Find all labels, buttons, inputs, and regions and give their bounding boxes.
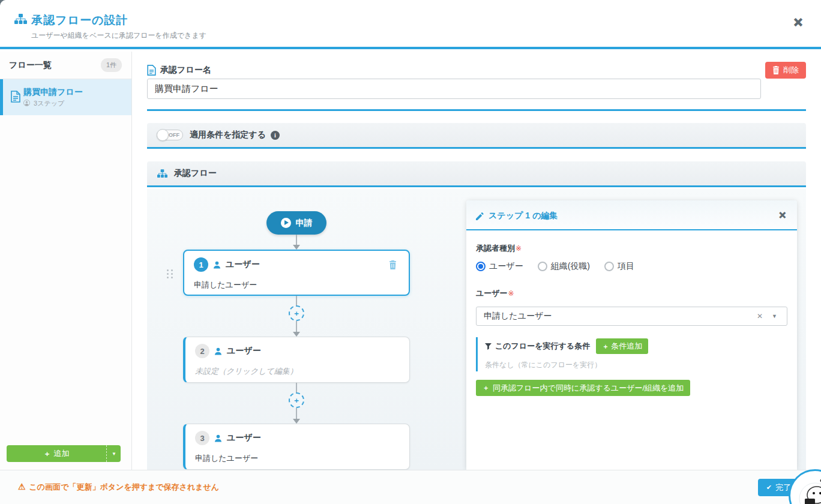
document-icon [147,65,156,76]
add-parallel-approver-label: 同承認フロー内で同時に承認するユーザー/組織を追加 [493,383,684,394]
sitemap-icon [14,14,27,25]
step-number-badge: 2 [195,344,209,358]
step-edit-title: ステップ 1 の編集 [489,211,558,221]
info-icon[interactable] [271,131,280,140]
user-select-label: ユーザー [476,289,508,298]
radio-user-label: ユーザー [489,261,523,272]
sidebar-item-label: 購買申請フロー [23,87,83,98]
add-flow-caret-button[interactable] [106,445,121,462]
approver-type-label: 承認者種別 [476,244,515,253]
section-divider [147,109,806,111]
start-request-node[interactable]: 申請 [266,211,326,235]
chevron-down-icon [772,313,777,319]
radio-field-label: 項目 [618,261,634,272]
flow-connector-line [296,296,297,305]
step-header: 3 ユーザー [195,431,261,445]
step-type-label: ユーザー [227,433,261,443]
trash-icon[interactable] [389,260,397,269]
delete-flow-button[interactable]: 削除 [765,62,806,79]
user-icon [214,434,222,442]
flow-arrowhead [293,245,300,250]
user-select[interactable]: 申請したユーザー [476,307,787,326]
step-edit-panel-header: ステップ 1 の編集 [466,200,797,230]
add-condition-label: 条件追加 [611,341,642,352]
modal-close-icon[interactable] [793,16,803,29]
unsaved-warning-text: この画面で「更新」ボタンを押すまで保存されません [29,482,220,491]
add-flow-button-label: 追加 [54,448,70,459]
user-select-value: 申請したユーザー [484,311,552,322]
add-parallel-approver-button[interactable]: 同承認フロー内で同時に承認するユーザー/組織を追加 [476,380,690,396]
flow-list-header: フロー一覧 1件 [0,52,131,79]
page-subtitle: ユーザーや組織をベースに承認フローを作成できます [31,31,206,41]
step-header: 2 ユーザー [195,344,261,358]
flow-name-label-row: 承認フロー名 [147,65,211,76]
toggle-knob [157,129,169,141]
step-edit-title-row: ステップ 1 の編集 [476,211,558,221]
drag-handle[interactable] [167,269,173,278]
start-request-label: 申請 [296,218,313,229]
document-icon [11,91,20,103]
flow-list-sidebar: フロー一覧 1件 購買申請フロー 3ステップ 追加 [0,52,132,470]
pencil-icon [476,212,484,220]
flow-connector-line [296,321,297,332]
flow-connector-line [296,408,297,419]
radio-user[interactable]: ユーザー [476,261,523,272]
approval-flow-section-title: 承認フロー [174,168,217,179]
user-icon [214,347,222,355]
page-title: 承認フローの設計 [31,13,128,28]
radio-unselected-icon [538,262,547,271]
add-flow-split-button: 追加 [7,445,121,462]
flow-arrowhead [293,332,300,337]
add-flow-button[interactable]: 追加 [7,445,106,462]
apply-condition-label: 適用条件を指定する [190,130,266,140]
modal-header: 承認フローの設計 ユーザーや組織をベースに承認フローを作成できます [0,0,821,49]
insert-step-button[interactable] [289,305,304,321]
flow-step-1[interactable]: 1 ユーザー 申請したユーザー [183,250,410,296]
step-number-badge: 1 [194,257,208,272]
step-number-badge: 3 [195,431,209,445]
footer-bar: この画面で「更新」ボタンを押すまで保存されません 完了 [0,470,821,504]
step-edit-panel: ステップ 1 の編集 承認者種別※ ユーザー [466,200,797,470]
flow-editor-main: 承認フロー名 削除 OFF 適用条件を指定する 承認フロー [132,52,821,470]
apply-condition-bar: OFF 適用条件を指定する [147,123,806,149]
insert-step-button[interactable] [289,392,304,408]
flow-count-badge: 1件 [101,58,122,72]
approver-type-radio-group: ユーザー 組織(役職) 項目 [476,261,787,272]
flow-name-label: 承認フロー名 [160,65,211,76]
required-mark: ※ [508,289,514,298]
approval-flow-designer-window: 承認フローの設計 ユーザーや組織をベースに承認フローを作成できます フロー一覧 … [0,0,821,504]
flow-arrowhead [293,419,300,424]
steps-count-text: 3ステップ [34,100,64,107]
flow-step-3[interactable]: 3 ユーザー 申請したユーザー [183,424,410,470]
flow-connector-line [296,235,297,245]
flow-canvas: 申請 1 ユーザー 申請したユーザー [147,189,806,470]
condition-empty-text: 条件なし（常にこのフローを実行） [485,360,787,370]
required-mark: ※ [516,244,522,253]
panel-close-icon[interactable] [778,210,786,221]
step-value: 申請したユーザー [195,453,258,464]
warning-icon [18,482,29,491]
radio-field[interactable]: 項目 [604,261,634,272]
step-value: 申請したユーザー [194,280,257,290]
radio-unselected-icon [604,262,614,271]
sidebar-item-flow[interactable]: 購買申請フロー 3ステップ [0,79,131,115]
step-type-label: ユーザー [226,259,260,270]
radio-selected-icon [476,262,486,271]
apply-condition-toggle[interactable]: OFF [157,130,183,140]
sidebar-item-steps: 3ステップ [23,99,64,108]
clear-selection-icon[interactable] [757,312,763,320]
user-icon [213,261,221,269]
sitemap-icon [157,169,167,178]
delete-button-label: 削除 [783,65,799,76]
flow-name-input[interactable] [147,79,761,99]
execution-condition-title-row: このフローを実行する条件 [485,341,590,352]
play-icon [281,218,291,228]
execution-condition-title: このフローを実行する条件 [495,341,590,352]
execution-condition-block: このフローを実行する条件 条件追加 条件なし（常にこのフローを実行） [476,337,787,371]
radio-organization[interactable]: 組織(役職) [538,261,590,272]
step-edit-panel-body: 承認者種別※ ユーザー 組織(役職) 項目 [466,230,797,396]
user-icon [23,100,32,107]
radio-organization-label: 組織(役職) [551,261,590,272]
add-condition-button[interactable]: 条件追加 [596,338,648,354]
flow-step-2[interactable]: 2 ユーザー 未設定（クリックして編集） [183,337,410,383]
